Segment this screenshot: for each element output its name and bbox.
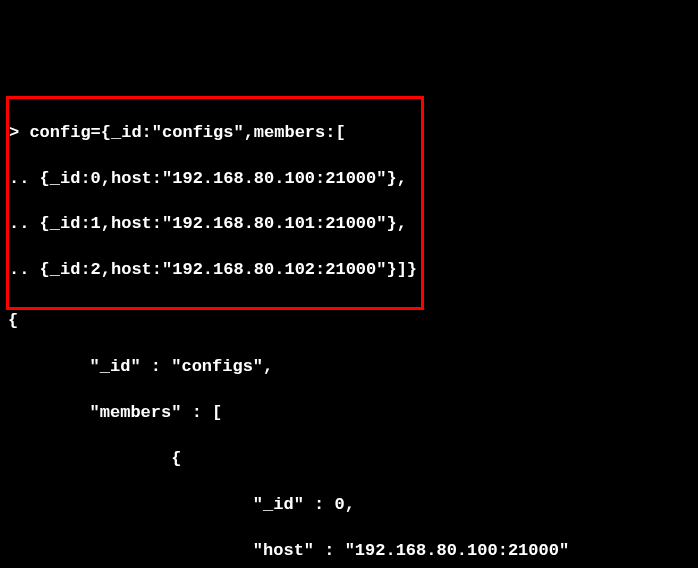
output-line: "_id" : "configs", bbox=[8, 356, 690, 379]
output-line: "members" : [ bbox=[8, 402, 690, 425]
output-line: { bbox=[8, 310, 690, 333]
command-line-4[interactable]: .. {_id:2,host:"192.168.80.102:21000"}]} bbox=[9, 259, 417, 282]
output-line: "host" : "192.168.80.100:21000" bbox=[8, 540, 690, 563]
output-line: { bbox=[8, 448, 690, 471]
command-line-3[interactable]: .. {_id:1,host:"192.168.80.101:21000"}, bbox=[9, 213, 417, 236]
command-line-1[interactable]: > config={_id:"configs",members:[ bbox=[9, 122, 417, 145]
highlighted-input-block: > config={_id:"configs",members:[ .. {_i… bbox=[6, 96, 424, 310]
output-line: "_id" : 0, bbox=[8, 494, 690, 517]
command-line-2[interactable]: .. {_id:0,host:"192.168.80.100:21000"}, bbox=[9, 168, 417, 191]
